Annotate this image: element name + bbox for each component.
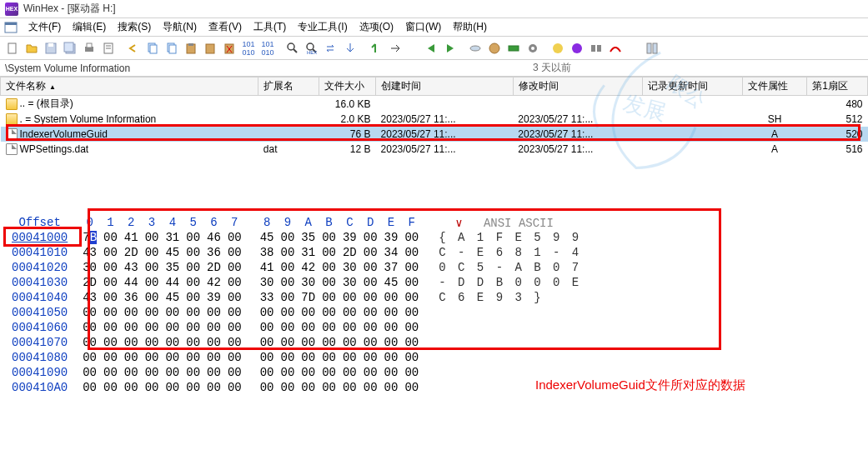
hex-byte[interactable]: 7D [298, 290, 319, 305]
hex-byte[interactable]: 00 [183, 260, 203, 275]
hex-byte[interactable]: 00 [381, 380, 402, 395]
hex-byte[interactable]: 00 [278, 290, 299, 305]
hex-offset[interactable]: 00041060 [0, 320, 79, 335]
hex-byte[interactable]: 00 [100, 245, 121, 260]
hex-byte[interactable]: 00 [100, 380, 121, 395]
hex-byte[interactable]: 00 [278, 365, 299, 380]
hex-byte[interactable]: 00 [360, 245, 381, 260]
hex-byte[interactable]: 35 [162, 260, 183, 275]
hex-byte[interactable]: 00 [360, 305, 381, 320]
hex-byte[interactable]: 00 [257, 365, 278, 380]
menu-help[interactable]: 帮助(H) [448, 18, 492, 36]
save-all-icon[interactable] [61, 39, 79, 58]
col-ctime[interactable]: 创建时间 [376, 78, 514, 96]
hex-byte[interactable]: 39 [203, 290, 224, 305]
hex-byte[interactable]: 00 [203, 350, 224, 365]
go-back-icon[interactable] [366, 39, 384, 58]
hex-byte[interactable]: 00 [278, 305, 299, 320]
hex-byte[interactable]: 2D [121, 245, 142, 260]
hex-byte[interactable]: 00 [224, 380, 245, 395]
hex-byte[interactable]: 00 [319, 380, 339, 395]
col-attr[interactable]: 文件属性 [742, 78, 806, 96]
hex-byte[interactable]: 00 [224, 275, 245, 290]
hex-byte[interactable]: 2D [339, 245, 360, 260]
hex-byte[interactable]: 00 [339, 365, 360, 380]
hex-byte[interactable]: 30 [339, 260, 360, 275]
hex-row[interactable]: 000410007B004100310046004500350039003900… [0, 230, 585, 245]
file-row[interactable]: WPSettings.datdat12 B2023/05/27 11:...20… [1, 142, 868, 157]
hex-offset[interactable]: 00041020 [0, 260, 79, 275]
hex-byte[interactable]: 00 [183, 320, 203, 335]
hex-byte[interactable]: 00 [142, 335, 163, 350]
hex-byte[interactable]: 00 [79, 305, 100, 320]
hex-byte[interactable]: 00 [401, 245, 422, 260]
hex-byte[interactable]: 00 [100, 260, 121, 275]
hex-byte[interactable]: 00 [298, 320, 319, 335]
hex-byte[interactable]: 00 [401, 350, 422, 365]
hex-byte[interactable]: 00 [319, 305, 339, 320]
hex-byte[interactable]: 00 [224, 260, 245, 275]
hex-byte[interactable]: 35 [298, 230, 319, 245]
hex-byte[interactable]: 00 [100, 275, 121, 290]
hex-row[interactable]: 000410302D004400440042003000300030004500… [0, 275, 585, 290]
hex-byte[interactable]: 00 [142, 365, 163, 380]
hex-byte[interactable]: 00 [381, 320, 402, 335]
hex-byte[interactable]: 00 [381, 350, 402, 365]
hex-byte[interactable]: 00 [79, 380, 100, 395]
hex-byte[interactable]: 00 [278, 380, 299, 395]
system-menu-icon[interactable] [3, 21, 18, 34]
hex-byte[interactable]: 00 [183, 275, 203, 290]
hex-byte[interactable]: 00 [162, 305, 183, 320]
hex-byte[interactable]: 00 [100, 350, 121, 365]
hex-byte[interactable]: 00 [339, 335, 360, 350]
hex-byte[interactable]: 00 [278, 275, 299, 290]
hex-byte[interactable]: 41 [121, 230, 142, 245]
hex-byte[interactable]: 00 [319, 275, 339, 290]
hex-byte[interactable]: 00 [257, 320, 278, 335]
col-sect[interactable]: 第1扇区 [807, 78, 868, 96]
hex-byte[interactable]: 00 [203, 365, 224, 380]
hex-byte[interactable]: 00 [121, 350, 142, 365]
hex-byte[interactable]: 00 [257, 335, 278, 350]
go-forward-icon[interactable] [385, 39, 404, 58]
hex-row[interactable]: 0004109000000000000000000000000000000000 [0, 365, 585, 380]
hex-byte[interactable]: 00 [162, 320, 183, 335]
calc-icon[interactable] [485, 39, 504, 58]
hex-byte[interactable]: 00 [339, 380, 360, 395]
hex-byte[interactable]: 00 [121, 365, 142, 380]
hex-byte[interactable]: 00 [162, 335, 183, 350]
hex-byte[interactable]: 00 [203, 380, 224, 395]
hex-row[interactable]: 000410A000000000000000000000000000000000 [0, 380, 585, 395]
hex-row[interactable]: 0004107000000000000000000000000000000000 [0, 335, 585, 350]
hex-byte[interactable]: 00 [142, 230, 163, 245]
hex-byte[interactable]: 00 [319, 365, 339, 380]
hex-offset[interactable]: 00041040 [0, 290, 79, 305]
hex-byte[interactable]: 00 [257, 350, 278, 365]
delete-icon[interactable] [220, 39, 238, 58]
hex-byte[interactable]: 00 [360, 380, 381, 395]
file-row[interactable]: IndexerVolumeGuid76 B2023/05/27 11:...20… [1, 127, 868, 142]
hex-byte[interactable]: 00 [100, 320, 121, 335]
col-rtime[interactable]: 记录更新时间 [643, 78, 743, 96]
copy-icon[interactable] [163, 39, 181, 58]
hex-byte[interactable]: 36 [203, 245, 224, 260]
hex-byte[interactable]: 00 [162, 365, 183, 380]
hex-byte[interactable]: 00 [142, 305, 163, 320]
hex-byte[interactable]: 00 [183, 305, 203, 320]
menu-view[interactable]: 查看(V) [203, 18, 247, 36]
hex-byte[interactable]: 00 [360, 260, 381, 275]
hex-byte[interactable]: 00 [142, 245, 163, 260]
hex-byte[interactable]: 00 [319, 335, 339, 350]
hex-byte[interactable]: 30 [298, 275, 319, 290]
split-icon[interactable] [643, 39, 661, 58]
hex-byte[interactable]: 00 [142, 320, 163, 335]
hex-byte[interactable]: 00 [162, 350, 183, 365]
col-mtime[interactable]: 修改时间 [513, 78, 642, 96]
hex-byte[interactable]: 00 [298, 365, 319, 380]
hex-row[interactable]: 00041040430036004500390033007D0000000000… [0, 290, 585, 305]
hex-byte[interactable]: 43 [79, 290, 100, 305]
hex-byte[interactable]: 34 [381, 245, 402, 260]
hex-values-icon[interactable]: 101010 [239, 39, 258, 58]
hex-byte[interactable]: 00 [401, 335, 422, 350]
hex-byte[interactable]: 00 [319, 350, 339, 365]
